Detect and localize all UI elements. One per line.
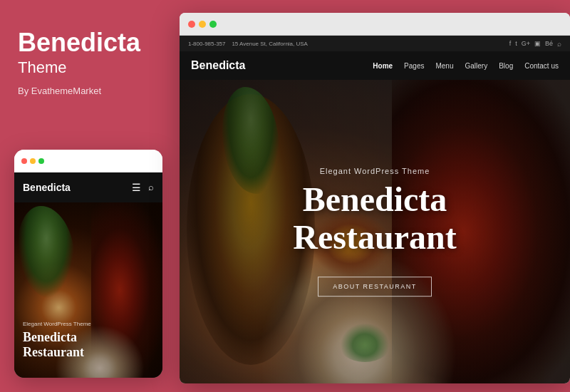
mobile-nav-logo: Benedicta bbox=[23, 182, 71, 193]
hero-tagline: Elegant WordPress Theme bbox=[254, 167, 496, 175]
browser-dots bbox=[188, 21, 217, 28]
mobile-hero-title: Benedicta Restaurant bbox=[23, 330, 91, 361]
theme-subtitle: Theme bbox=[18, 58, 159, 77]
mobile-hero-text: Elegant WordPress Theme Benedicta Restau… bbox=[23, 321, 91, 361]
site-nav-links: Home Pages Menu Gallery Blog Contact us bbox=[373, 62, 559, 70]
mobile-dot-yellow bbox=[30, 158, 36, 164]
site-nav: Benedicta Home Pages Menu Gallery Blog C… bbox=[180, 51, 570, 80]
nav-link-home[interactable]: Home bbox=[373, 62, 393, 70]
googleplus-icon[interactable]: G+ bbox=[522, 40, 530, 47]
nav-link-gallery[interactable]: Gallery bbox=[465, 62, 487, 70]
mobile-nav-icons: ☰ ⌕ bbox=[132, 182, 154, 194]
theme-title: Benedicta bbox=[18, 29, 159, 57]
site-search-icon[interactable]: ⌕ bbox=[557, 40, 561, 48]
facebook-icon[interactable]: f bbox=[509, 40, 512, 47]
browser-title-bar bbox=[180, 13, 570, 36]
mobile-dot-red bbox=[21, 158, 27, 164]
hero-main-title: Benedicta Restaurant bbox=[254, 181, 496, 257]
browser-dot-yellow bbox=[199, 21, 206, 28]
mobile-dots bbox=[21, 158, 44, 164]
theme-author: By EvathemeMarket bbox=[18, 86, 159, 96]
mobile-hero-tagline: Elegant WordPress Theme bbox=[23, 321, 91, 327]
nav-link-pages[interactable]: Pages bbox=[404, 62, 424, 70]
mobile-title-bar bbox=[14, 150, 162, 172]
browser-dot-green bbox=[209, 21, 217, 28]
twitter-icon[interactable]: t bbox=[515, 40, 517, 47]
instagram-icon[interactable]: ▣ bbox=[534, 40, 541, 47]
nav-link-contact[interactable]: Contact us bbox=[524, 62, 559, 70]
nav-link-menu[interactable]: Menu bbox=[435, 62, 453, 70]
mobile-dot-green bbox=[38, 158, 44, 164]
mobile-hero: Elegant WordPress Theme Benedicta Restau… bbox=[14, 202, 162, 378]
hero-cta-button[interactable]: ABOUT RESTAURANT bbox=[318, 277, 432, 296]
browser-mockup: 1-800-985-357 15 Avenue St, California, … bbox=[180, 13, 570, 383]
mobile-mockup: Benedicta ☰ ⌕ Elegant WordPress Theme Be… bbox=[14, 150, 162, 378]
site-social-icons: f t G+ ▣ Bé ⌕ bbox=[509, 40, 561, 48]
browser-dot-red bbox=[188, 21, 195, 28]
site-header-top: 1-800-985-357 15 Avenue St, California, … bbox=[180, 36, 570, 51]
site-phone: 1-800-985-357 15 Avenue St, California, … bbox=[188, 41, 308, 47]
site-hero-content: Elegant WordPress Theme Benedicta Restau… bbox=[254, 167, 496, 296]
left-panel: Benedicta Theme By EvathemeMarket Benedi… bbox=[0, 0, 177, 392]
mobile-nav: Benedicta ☰ ⌕ bbox=[14, 172, 162, 202]
site-hero: Elegant WordPress Theme Benedicta Restau… bbox=[180, 80, 570, 383]
hamburger-icon[interactable]: ☰ bbox=[132, 182, 141, 194]
search-icon[interactable]: ⌕ bbox=[148, 182, 154, 193]
behance-icon[interactable]: Bé bbox=[545, 40, 553, 47]
site-nav-logo: Benedicta bbox=[191, 59, 245, 72]
nav-link-blog[interactable]: Blog bbox=[499, 62, 513, 70]
